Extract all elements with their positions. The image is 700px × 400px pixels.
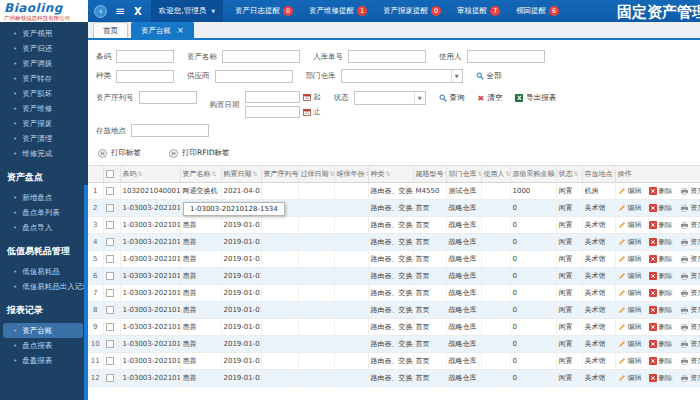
asset-card-button[interactable]: 资产卡片: [680, 237, 700, 247]
row-checkbox[interactable]: [106, 289, 114, 297]
sidebar-item-资产维修[interactable]: •资产维修: [0, 101, 88, 116]
close-icon[interactable]: X: [134, 6, 142, 17]
alert-tab[interactable]: 审核提醒7: [457, 6, 500, 16]
row-checkbox[interactable]: [106, 323, 114, 331]
alert-tab[interactable]: 资产维修提醒1: [309, 6, 367, 16]
asset-name-input[interactable]: [222, 50, 300, 63]
column-header-barcode[interactable]: 条码⇅: [120, 166, 180, 182]
location-input[interactable]: [131, 124, 209, 137]
user-menu[interactable]: 欢迎您,管理员 ▼: [151, 0, 223, 22]
asset-serial-input[interactable]: [139, 91, 197, 104]
delete-button[interactable]: 删除: [649, 288, 673, 298]
tab-asset-ledger[interactable]: 资产台账 ×: [131, 22, 194, 38]
alert-tab[interactable]: 资产日志提醒0: [235, 6, 293, 16]
row-checkbox[interactable]: [106, 187, 114, 195]
row-checkbox[interactable]: [106, 357, 114, 365]
asset-card-button[interactable]: 资产卡片: [680, 322, 700, 332]
delete-button[interactable]: 删除: [649, 186, 673, 196]
sidebar-item-资产报废[interactable]: •资产报废: [0, 116, 88, 131]
row-checkbox[interactable]: [106, 204, 114, 212]
column-header-purchase_date[interactable]: 购置日期⇅: [221, 166, 261, 182]
delete-button[interactable]: 删除: [649, 254, 673, 264]
category-input[interactable]: [116, 70, 174, 83]
row-checkbox[interactable]: [106, 340, 114, 348]
sidebar-item-资产归还[interactable]: •资产归还: [0, 41, 88, 56]
edit-button[interactable]: 编辑: [618, 220, 642, 230]
delete-button[interactable]: 删除: [649, 237, 673, 247]
all-button[interactable]: 全部: [476, 71, 502, 81]
edit-button[interactable]: 编辑: [618, 254, 642, 264]
purchase-date-to-input[interactable]: [245, 106, 300, 118]
clear-button[interactable]: ✖ 清空: [478, 93, 503, 103]
asset-card-button[interactable]: 资产卡片: [680, 339, 700, 349]
tab-close-icon[interactable]: ×: [177, 27, 184, 35]
edit-button[interactable]: 编辑: [618, 322, 642, 332]
edit-button[interactable]: 编辑: [618, 288, 642, 298]
edit-button[interactable]: 编辑: [618, 373, 642, 383]
column-header-warranty_years[interactable]: 维保年份⇅: [334, 166, 368, 182]
sidebar-item-资产清理[interactable]: •资产清理: [0, 131, 88, 146]
column-header-amount[interactable]: 原值采购金额⇅: [510, 166, 556, 182]
calendar-icon[interactable]: [303, 108, 311, 116]
hamburger-menu-icon[interactable]: ≡: [115, 5, 125, 17]
row-checkbox[interactable]: [106, 221, 114, 229]
sidebar-item-资产领用[interactable]: •资产领用: [0, 26, 88, 41]
column-header-name[interactable]: 资产名称⇅: [180, 166, 221, 182]
purchase-date-from-input[interactable]: [245, 91, 300, 103]
sidebar-section-title[interactable]: 资产盘点: [0, 161, 88, 190]
column-header-warranty_date[interactable]: 过保日期⇅: [298, 166, 334, 182]
row-checkbox[interactable]: [106, 374, 114, 382]
row-checkbox[interactable]: [106, 272, 114, 280]
asset-card-button[interactable]: 资产卡片: [680, 186, 700, 196]
sidebar-item-盘点报表[interactable]: •盘点报表: [0, 338, 88, 353]
print-rfid-option[interactable]: 打印RFID标签: [169, 148, 230, 158]
edit-button[interactable]: 编辑: [618, 339, 642, 349]
delete-button[interactable]: 删除: [649, 203, 673, 213]
asset-card-button[interactable]: 资产卡片: [680, 288, 700, 298]
asset-card-button[interactable]: 资产卡片: [680, 356, 700, 366]
asset-card-button[interactable]: 资产卡片: [680, 271, 700, 281]
column-header-user[interactable]: 使用人⇅: [481, 166, 510, 182]
sidebar-item-资产台账[interactable]: •资产台账: [3, 323, 83, 338]
calendar-icon[interactable]: [303, 93, 311, 101]
delete-button[interactable]: 删除: [649, 356, 673, 366]
barcode-input[interactable]: [116, 50, 174, 63]
delete-button[interactable]: 删除: [649, 373, 673, 383]
edit-button[interactable]: 编辑: [618, 237, 642, 247]
sidebar-item-盘点导入[interactable]: •盘点导入: [0, 220, 88, 235]
sidebar-item-资产损坏[interactable]: •资产损坏: [0, 86, 88, 101]
sidebar-section-title[interactable]: 报表记录: [0, 294, 88, 323]
asset-card-button[interactable]: 资产卡片: [680, 220, 700, 230]
sidebar-item-盘点单列表[interactable]: •盘点单列表: [0, 205, 88, 220]
row-checkbox[interactable]: [106, 255, 114, 263]
delete-button[interactable]: 删除: [649, 322, 673, 332]
sidebar-item-盘盈报表[interactable]: •盘盈报表: [0, 353, 88, 368]
sidebar-section-title[interactable]: 低值易耗品管理: [0, 235, 88, 264]
asset-card-button[interactable]: 资产卡片: [680, 254, 700, 264]
user-input[interactable]: [467, 50, 545, 63]
edit-button[interactable]: 编辑: [618, 186, 642, 196]
column-header-category[interactable]: 种类⇅: [368, 166, 413, 182]
print-label-option[interactable]: 打印标签: [98, 148, 141, 158]
sidebar-item-低值易耗品出入记录[interactable]: •低值易耗品出入记录: [0, 279, 88, 294]
alert-tab[interactable]: 资产报废提醒0: [383, 6, 441, 16]
supplier-input[interactable]: [215, 70, 293, 83]
delete-button[interactable]: 删除: [649, 271, 673, 281]
row-checkbox[interactable]: [106, 306, 114, 314]
asset-card-button[interactable]: 资产卡片: [680, 373, 700, 383]
sidebar-item-新增盘点[interactable]: •新增盘点: [0, 190, 88, 205]
sidebar-item-资产调拨[interactable]: •资产调拨: [0, 56, 88, 71]
delete-button[interactable]: 删除: [649, 339, 673, 349]
sidebar-item-资产转存[interactable]: •资产转存: [0, 71, 88, 86]
column-header-model[interactable]: 规格型号⇅: [413, 166, 446, 182]
tab-home[interactable]: 首页: [93, 22, 128, 38]
query-button[interactable]: 查询: [439, 93, 465, 103]
collapse-circle-icon[interactable]: ‹: [94, 5, 107, 18]
row-checkbox[interactable]: [106, 238, 114, 246]
select-all-checkbox[interactable]: [106, 170, 114, 178]
inbound-no-input[interactable]: [348, 50, 426, 63]
edit-button[interactable]: 编辑: [618, 271, 642, 281]
edit-button[interactable]: 编辑: [618, 356, 642, 366]
asset-card-button[interactable]: 资产卡片: [680, 305, 700, 315]
alert-tab[interactable]: 领回提醒6: [516, 6, 559, 16]
